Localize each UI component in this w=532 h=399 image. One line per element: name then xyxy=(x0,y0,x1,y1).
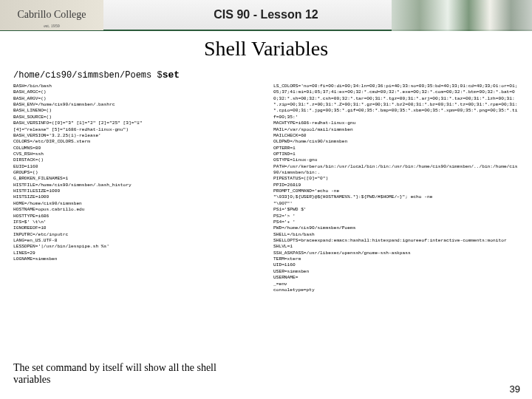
header-background-image xyxy=(392,0,532,31)
page-number: 39 xyxy=(510,383,520,395)
output-left: BASH=/bin/bash BASH_ARGC=() BASH_ARGV=()… xyxy=(13,83,265,293)
prompt-path: /home/cis90/simmsben/Poems $ xyxy=(13,70,163,81)
logo-est: est. 1959 xyxy=(44,24,60,28)
slide-title: Shell Variables xyxy=(0,37,532,61)
logo-text: Cabrillo College xyxy=(18,9,86,21)
output-columns: BASH=/bin/bash BASH_ARGC=() BASH_ARGV=()… xyxy=(13,83,519,293)
slide-content: /home/cis90/simmsben/Poems $set BASH=/bi… xyxy=(0,69,532,395)
slide-header: Cabrillo College est. 1959 CIS 90 - Less… xyxy=(0,0,532,31)
course-title: CIS 90 - Lesson 12 xyxy=(214,8,318,21)
prompt-command: set xyxy=(163,69,180,81)
shell-prompt-line: /home/cis90/simmsben/Poems $set xyxy=(13,69,519,81)
slide-caption: The set command by itself will show all … xyxy=(13,362,235,386)
college-logo: Cabrillo College est. 1959 xyxy=(0,0,103,30)
output-right: LS_COLORS='no=00:fi=00:di=00;34:ln=00;36… xyxy=(273,83,519,293)
